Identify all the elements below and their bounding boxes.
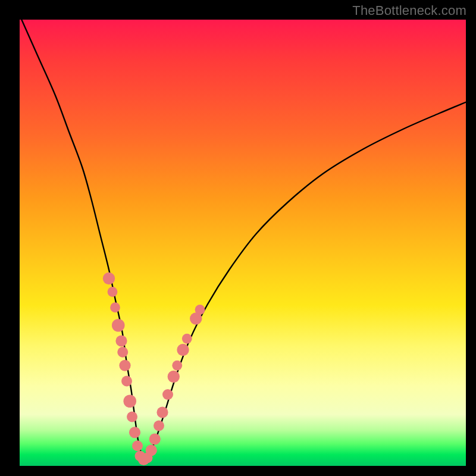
highlight-dot (177, 344, 189, 356)
highlight-dot (121, 376, 132, 387)
highlight-dot (123, 394, 136, 408)
highlight-dot (115, 335, 127, 346)
chart-svg (20, 20, 466, 466)
highlight-dot (129, 427, 140, 438)
highlight-dot (154, 421, 164, 431)
highlight-dot (195, 305, 205, 315)
highlight-dot (112, 319, 125, 332)
highlighted-points-group (103, 273, 205, 465)
highlight-dot (117, 347, 128, 358)
highlight-dot (156, 406, 168, 418)
highlight-dot (146, 444, 157, 456)
highlight-dot (103, 273, 115, 284)
highlight-dot (149, 433, 161, 444)
watermark-text: TheBottleneck.com (352, 3, 466, 18)
highlight-dot (182, 334, 192, 344)
highlight-dot (168, 371, 180, 383)
highlight-dot (108, 287, 118, 297)
bottleneck-curve (20, 20, 466, 459)
highlight-dot (132, 440, 143, 451)
plot-area (20, 20, 466, 466)
chart-frame: TheBottleneck.com (0, 0, 476, 476)
highlight-dot (162, 389, 173, 400)
highlight-dot (127, 412, 137, 422)
highlight-dot (119, 360, 130, 371)
highlight-dot (110, 302, 120, 312)
highlight-dot (172, 361, 182, 371)
